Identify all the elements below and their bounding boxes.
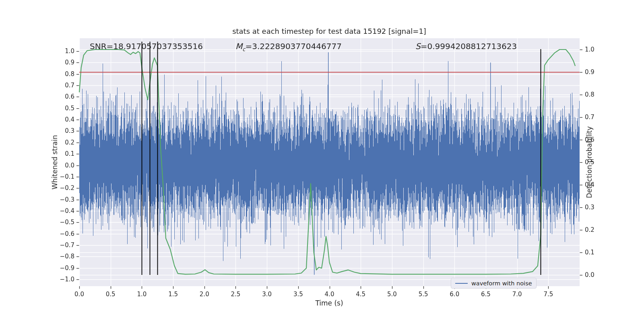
x-tick: 1.0 <box>137 291 147 298</box>
chirp-mass-symbol: M <box>235 41 242 51</box>
y-tick-left: −0.4 <box>60 207 74 215</box>
y-tick-left: 0.0 <box>65 162 74 169</box>
y-tick-left: −0.5 <box>60 219 74 226</box>
y-tick-right: 0.5 <box>585 159 594 166</box>
y-tick-left: 0.4 <box>65 116 74 123</box>
legend-line-sample <box>455 283 468 284</box>
y-tick-left: −1.0 <box>60 276 74 283</box>
x-tick: 2.5 <box>231 291 241 298</box>
y-tick-right: 0.2 <box>585 226 594 233</box>
x-tick: 0.0 <box>74 291 84 298</box>
y-tick-left: 0.3 <box>65 127 74 134</box>
y-tick-left: 0.6 <box>65 93 74 100</box>
y-tick-left: 0.9 <box>65 59 74 66</box>
y-tick-left: 0.5 <box>65 105 74 112</box>
y-tick-right: 0.0 <box>585 271 594 279</box>
y-tick-left: −0.9 <box>60 264 74 272</box>
y-tick-left: 0.1 <box>65 150 74 157</box>
x-tick: 1.5 <box>168 291 178 298</box>
legend: waveform with noise <box>451 278 537 289</box>
x-tick: 5.5 <box>419 291 428 298</box>
y-tick-left: −0.2 <box>60 184 74 192</box>
y-tick-right: 0.7 <box>585 114 594 121</box>
x-axis-label: Time (s) <box>315 299 343 307</box>
y-tick-left: −0.1 <box>60 173 74 180</box>
x-tick: 3.0 <box>262 291 272 298</box>
x-tick: 2.0 <box>200 291 209 298</box>
y-tick-left: 0.8 <box>65 70 74 78</box>
y-tick-right: 0.3 <box>585 204 594 211</box>
snr-text: SNR=18.917057037353516 <box>90 41 203 51</box>
x-tick: 7.0 <box>512 291 522 298</box>
x-tick: 6.5 <box>481 291 491 298</box>
y-tick-left: 1.0 <box>65 47 74 55</box>
legend-label: waveform with noise <box>471 280 532 287</box>
x-tick: 3.5 <box>293 291 303 298</box>
annotation-snr: SNR=18.917057037353516 <box>90 41 203 51</box>
y-tick-left: −0.6 <box>60 230 74 237</box>
y-tick-right: 0.1 <box>585 249 594 256</box>
y-tick-right: 0.9 <box>585 68 594 76</box>
y-tick-left: 0.2 <box>65 139 74 146</box>
y-tick-left: 0.7 <box>65 82 74 89</box>
y-tick-left: −0.7 <box>60 242 74 249</box>
x-tick: 6.0 <box>450 291 459 298</box>
y-tick-right: 0.6 <box>585 136 594 143</box>
x-tick: 5.0 <box>387 291 397 298</box>
y-axis-label-left: Whitened strain <box>51 135 59 189</box>
x-tick: 0.5 <box>106 291 116 298</box>
annotation-score: S=0.9994208812713623 <box>415 41 517 51</box>
y-tick-left: −0.3 <box>60 196 74 203</box>
y-tick-right: 0.4 <box>585 181 594 188</box>
score-symbol: S <box>415 41 421 51</box>
x-tick: 4.5 <box>356 291 365 298</box>
y-tick-left: −0.8 <box>60 253 74 260</box>
y-tick-right: 0.8 <box>585 91 594 98</box>
annotation-chirp-mass: Mc=3.2228903770446777 <box>235 41 342 51</box>
chart-title: stats at each timestep for test data 151… <box>232 27 426 35</box>
y-tick-right: 1.0 <box>585 46 594 53</box>
figure: stats at each timestep for test data 151… <box>0 0 644 322</box>
x-tick: 4.0 <box>325 291 334 298</box>
x-tick: 7.5 <box>543 291 553 298</box>
score-value: =0.9994208812713623 <box>421 41 517 51</box>
chirp-mass-value: =3.2228903770446777 <box>245 41 341 51</box>
